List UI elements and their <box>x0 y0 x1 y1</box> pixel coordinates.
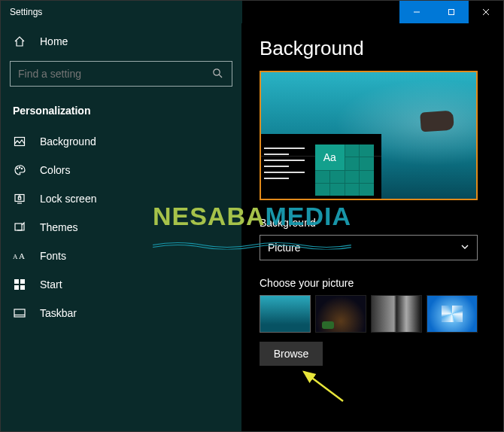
nav-item-label: Colors <box>40 164 70 176</box>
picture-thumbnail-3[interactable] <box>371 295 422 333</box>
nav-item-taskbar[interactable]: Taskbar <box>1 299 241 327</box>
picture-icon <box>13 135 26 148</box>
svg-rect-16 <box>14 279 19 284</box>
picture-thumbnails <box>260 295 488 333</box>
desktop-preview: Aa <box>260 71 478 200</box>
nav-item-label: Background <box>40 135 96 148</box>
svg-text:A: A <box>19 251 25 260</box>
svg-point-8 <box>19 167 20 168</box>
search-input[interactable] <box>18 68 212 80</box>
search-icon <box>212 68 224 80</box>
sidebar: Home Personalization Background Colo <box>1 23 241 431</box>
nav-home-label: Home <box>40 35 68 47</box>
svg-rect-17 <box>20 279 25 284</box>
maximize-button[interactable] <box>434 1 469 23</box>
picture-thumbnail-2[interactable] <box>315 295 366 333</box>
svg-point-9 <box>21 168 22 169</box>
home-icon <box>13 35 26 47</box>
lock-screen-icon <box>13 193 26 205</box>
minimize-button[interactable] <box>399 1 434 23</box>
choose-picture-label: Choose your picture <box>260 277 488 289</box>
section-heading: Personalization <box>1 102 241 127</box>
palette-icon <box>13 164 26 176</box>
picture-thumbnail-4[interactable] <box>427 295 478 333</box>
themes-icon <box>13 221 26 233</box>
background-type-dropdown[interactable]: Picture <box>260 235 478 260</box>
svg-line-5 <box>219 75 222 78</box>
svg-rect-12 <box>18 197 20 199</box>
preview-sample-text: Aa <box>315 145 345 170</box>
nav-item-themes[interactable]: Themes <box>1 213 241 242</box>
chevron-down-icon <box>460 242 469 254</box>
nav-item-colors[interactable]: Colors <box>1 156 241 184</box>
titlebar: Settings <box>1 1 503 23</box>
nav-item-fonts[interactable]: AA Fonts <box>1 242 241 270</box>
svg-text:A: A <box>13 253 18 260</box>
window-controls <box>399 1 503 23</box>
close-button[interactable] <box>469 1 503 23</box>
browse-button[interactable]: Browse <box>260 342 323 366</box>
nav-home[interactable]: Home <box>1 28 241 61</box>
content-pane: Background Aa <box>241 23 503 431</box>
dropdown-value: Picture <box>268 242 460 254</box>
nav-item-label: Themes <box>40 221 78 233</box>
nav-item-start[interactable]: Start <box>1 270 241 299</box>
search-box[interactable] <box>10 61 232 87</box>
fonts-icon: AA <box>13 251 26 261</box>
svg-point-4 <box>214 69 220 75</box>
page-title: Background <box>260 37 488 60</box>
window-body: Home Personalization Background Colo <box>1 23 503 431</box>
svg-rect-13 <box>15 224 22 230</box>
settings-window: Settings Home <box>0 0 504 432</box>
nav-item-label: Taskbar <box>40 307 77 319</box>
background-dropdown-label: Background <box>260 217 488 229</box>
svg-rect-19 <box>20 285 25 290</box>
svg-point-7 <box>17 168 17 169</box>
svg-rect-18 <box>14 285 19 290</box>
taskbar-icon <box>13 309 26 318</box>
picture-thumbnail-1[interactable] <box>260 295 311 333</box>
svg-rect-1 <box>449 10 454 15</box>
window-title: Settings <box>10 7 399 17</box>
nav-item-label: Lock screen <box>40 193 96 205</box>
nav-item-label: Fonts <box>40 250 66 262</box>
preview-wallpaper-subject <box>420 110 454 132</box>
preview-start-overlay: Aa <box>261 134 381 199</box>
nav-item-lockscreen[interactable]: Lock screen <box>1 184 241 213</box>
svg-rect-20 <box>14 309 25 317</box>
start-icon <box>13 279 26 290</box>
nav-item-label: Start <box>40 278 62 291</box>
nav-item-background[interactable]: Background <box>1 127 241 156</box>
